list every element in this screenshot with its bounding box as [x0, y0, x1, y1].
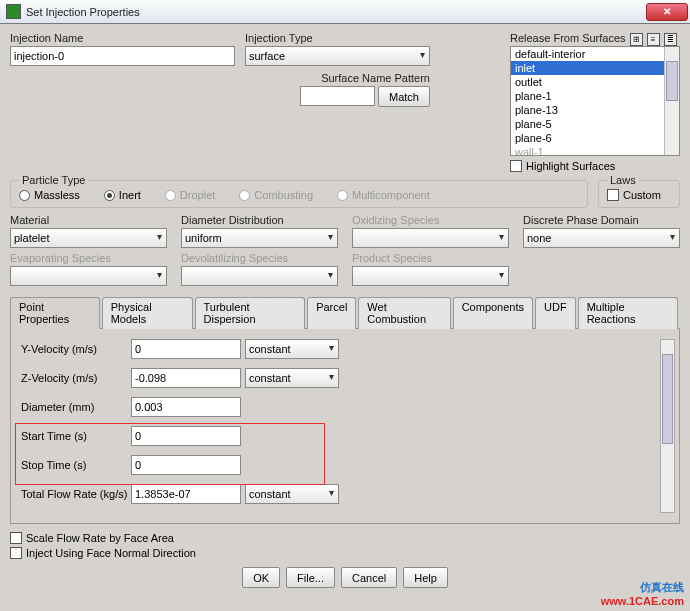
tab-parcel[interactable]: Parcel	[307, 297, 356, 329]
injection-type-select[interactable]: surface	[245, 46, 430, 66]
app-icon	[6, 4, 21, 19]
tab-content: Y-Velocity (m/s)constant Z-Velocity (m/s…	[10, 329, 680, 524]
oxid-select	[352, 228, 509, 248]
devol-label: Devolatilizing Species	[181, 252, 338, 264]
highlight-checkbox[interactable]: Highlight Surfaces	[510, 160, 680, 172]
yvel-label: Y-Velocity (m/s)	[21, 343, 131, 355]
release-from-label: Release From Surfaces	[510, 32, 626, 44]
stop-label: Stop Time (s)	[21, 459, 131, 471]
zvel-input[interactable]	[131, 368, 241, 388]
injection-type-label: Injection Type	[245, 32, 430, 44]
particle-type-group: Particle Type Massless Inert Droplet Com…	[10, 180, 588, 208]
flow-label: Total Flow Rate (kg/s)	[21, 488, 131, 500]
prod-label: Product Species	[352, 252, 509, 264]
droplet-radio: Droplet	[165, 189, 215, 201]
oxid-label: Oxidizing Species	[352, 214, 509, 226]
deselect-icon[interactable]: ≣	[664, 33, 677, 46]
massless-radio[interactable]: Massless	[19, 189, 80, 201]
list-item[interactable]: plane-6	[511, 131, 679, 145]
titlebar: Set Injection Properties ✕	[0, 0, 690, 24]
diam-input[interactable]	[131, 397, 241, 417]
injection-name-label: Injection Name	[10, 32, 235, 44]
list-item[interactable]: plane-5	[511, 117, 679, 131]
diam-label: Diameter (mm)	[21, 401, 131, 413]
devol-select	[181, 266, 338, 286]
combusting-radio: Combusting	[239, 189, 313, 201]
content-scrollbar[interactable]	[660, 339, 675, 513]
start-label: Start Time (s)	[21, 430, 131, 442]
inert-radio[interactable]: Inert	[104, 189, 141, 201]
scrollbar[interactable]	[664, 47, 679, 155]
zvel-label: Z-Velocity (m/s)	[21, 372, 131, 384]
domain-select[interactable]: none	[523, 228, 680, 248]
tab-physical-models[interactable]: Physical Models	[102, 297, 193, 329]
watermark: 仿真在线 www.1CAE.com	[601, 580, 684, 607]
tab-components[interactable]: Components	[453, 297, 533, 329]
inject-checkbox[interactable]: Inject Using Face Normal Direction	[10, 547, 680, 559]
prod-select	[352, 266, 509, 286]
stop-input[interactable]	[131, 455, 241, 475]
diamdist-label: Diameter Distribution	[181, 214, 338, 226]
flow-mode[interactable]: constant	[245, 484, 339, 504]
diamdist-select[interactable]: uniform	[181, 228, 338, 248]
select-all-icon[interactable]: ≡	[647, 33, 660, 46]
file-button[interactable]: File...	[286, 567, 335, 588]
tab-multiple[interactable]: Multiple Reactions	[578, 297, 678, 329]
list-item[interactable]: plane-13	[511, 103, 679, 117]
filter-icon[interactable]: ⊞	[630, 33, 643, 46]
tab-bar: Point Properties Physical Models Turbule…	[10, 296, 680, 329]
surface-pattern-label: Surface Name Pattern	[321, 72, 430, 84]
list-item[interactable]: default-interior	[511, 47, 679, 61]
surfaces-listbox[interactable]: default-interior inlet outlet plane-1 pl…	[510, 46, 680, 156]
close-button[interactable]: ✕	[646, 3, 688, 21]
list-item[interactable]: inlet	[511, 61, 679, 75]
evap-select	[10, 266, 167, 286]
ok-button[interactable]: OK	[242, 567, 280, 588]
multicomponent-radio: Multicomponent	[337, 189, 430, 201]
material-select[interactable]: platelet	[10, 228, 167, 248]
material-label: Material	[10, 214, 167, 226]
tab-turbulent[interactable]: Turbulent Dispersion	[195, 297, 306, 329]
evap-label: Evaporating Species	[10, 252, 167, 264]
list-item[interactable]: outlet	[511, 75, 679, 89]
scale-checkbox[interactable]: Scale Flow Rate by Face Area	[10, 532, 680, 544]
custom-checkbox[interactable]: Custom	[607, 189, 671, 201]
injection-name-input[interactable]	[10, 46, 235, 66]
tab-point-properties[interactable]: Point Properties	[10, 297, 100, 329]
match-button[interactable]: Match	[378, 86, 430, 107]
laws-group: Laws Custom	[598, 180, 680, 208]
yvel-mode[interactable]: constant	[245, 339, 339, 359]
list-item[interactable]: plane-1	[511, 89, 679, 103]
cancel-button[interactable]: Cancel	[341, 567, 397, 588]
tab-wet[interactable]: Wet Combustion	[358, 297, 450, 329]
yvel-input[interactable]	[131, 339, 241, 359]
start-input[interactable]	[131, 426, 241, 446]
tab-udf[interactable]: UDF	[535, 297, 576, 329]
zvel-mode[interactable]: constant	[245, 368, 339, 388]
flow-input[interactable]	[131, 484, 241, 504]
help-button[interactable]: Help	[403, 567, 448, 588]
surface-pattern-input[interactable]	[300, 86, 375, 106]
window-title: Set Injection Properties	[26, 6, 140, 18]
domain-label: Discrete Phase Domain	[523, 214, 680, 226]
list-item[interactable]: wall-1	[511, 145, 679, 156]
